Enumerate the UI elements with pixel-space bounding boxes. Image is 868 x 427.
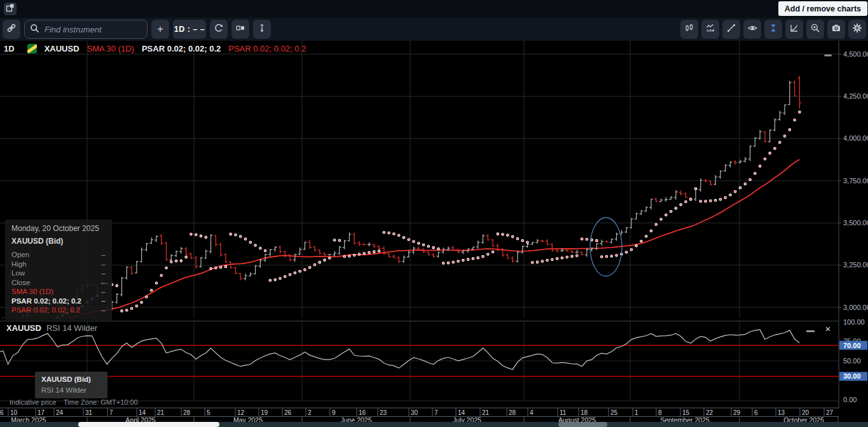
chart-toolbar: + 1D : – – (0, 18, 868, 41)
price-scale-button[interactable] (253, 20, 271, 39)
rsi-tooltip-title: XAUUSD (Bid) (41, 375, 101, 383)
tooltip-close-label: Close (11, 278, 30, 288)
instrument-search[interactable] (24, 20, 148, 39)
trading-platform-window: Add / remove charts + 1D : – – (0, 0, 868, 427)
candlestick-icon (684, 23, 694, 36)
indicators-button[interactable] (701, 20, 719, 39)
add-remove-charts-button[interactable]: Add / remove charts (778, 1, 867, 16)
legend-timeframe: 1D (4, 44, 15, 53)
instrument-icon (27, 44, 37, 53)
link-icon (6, 23, 17, 36)
chart-display-mode-button[interactable] (231, 20, 249, 39)
screenshot-button[interactable] (827, 20, 845, 39)
tooltip-sma-label: SMA 30 (1D) (11, 287, 53, 297)
trendline-icon (726, 23, 736, 36)
indicator-chart-icon (705, 23, 715, 36)
time-scrollbar-thumb-secondary[interactable] (558, 422, 607, 427)
zoom-in-icon (810, 23, 820, 36)
link-charts-button[interactable] (3, 20, 20, 39)
tooltip-low-value: – (102, 269, 106, 278)
tooltip-open-label: Open (11, 250, 29, 260)
rsi-indicator-name[interactable]: RSI 14 Wilder (46, 323, 97, 333)
rsi-close-button[interactable]: × (823, 324, 833, 334)
scale-type-button[interactable] (785, 20, 803, 39)
rsi-symbol: XAUUSD (6, 323, 41, 333)
tooltip-psar1-label: PSAR 0.02; 0.02; 0.2 (11, 297, 81, 306)
add-instrument-button[interactable]: + (151, 20, 169, 39)
top-bar: Add / remove charts (0, 0, 868, 18)
refresh-button[interactable] (210, 20, 228, 39)
tooltip-sma-value: – (102, 287, 106, 297)
log-scale-icon (789, 23, 799, 36)
tooltip-title: XAUUSD (Bid) (11, 237, 106, 246)
drawing-tools-button[interactable] (722, 20, 740, 39)
rsi-tooltip: XAUUSD (Bid) RSI 14 Wilder (35, 372, 107, 398)
time-interval-button[interactable] (764, 20, 782, 39)
toolbar-right-group (680, 20, 866, 39)
chart-area[interactable]: 4,500.004,250.004,000.003,750.003,500.00… (0, 41, 868, 427)
hourglass-icon (769, 23, 778, 36)
time-scrollbar-thumb[interactable] (78, 422, 219, 427)
legend-psar-primary[interactable]: PSAR 0.02; 0.02; 0.2 (142, 44, 221, 53)
refresh-icon (214, 23, 224, 36)
time-axis[interactable] (0, 408, 839, 422)
zoom-in-button[interactable] (806, 20, 824, 39)
price-axis[interactable] (839, 41, 868, 403)
eye-icon (747, 23, 758, 36)
rsi-tooltip-subtitle: RSI 14 Wilder (41, 386, 101, 394)
timezone-label: Time Zone: GMT+10:00 (64, 398, 138, 406)
legend-symbol[interactable]: XAUUSD (45, 44, 79, 53)
tooltip-low-label: Low (11, 269, 25, 278)
tooltip-close-value: – (102, 278, 106, 288)
chart-display-icon (235, 23, 245, 36)
legend-psar-secondary[interactable]: PSAR 0.02; 0.02; 0.2 (228, 44, 306, 53)
toolbar-left-group: + 1D : – – (3, 20, 271, 39)
popout-window-button[interactable] (4, 3, 17, 15)
rsi-minimize-button[interactable] (806, 326, 816, 335)
chart-legend: 1D XAUUSD SMA 30 (1D) PSAR 0.02; 0.02; 0… (0, 41, 306, 56)
gear-icon (852, 23, 862, 36)
chart-type-button[interactable] (680, 20, 698, 39)
time-scrollbar-track[interactable] (0, 422, 868, 427)
visibility-button[interactable] (743, 20, 761, 39)
popout-icon (6, 3, 15, 15)
legend-sma[interactable]: SMA 30 (1D) (87, 44, 134, 53)
search-icon (30, 24, 39, 36)
camera-icon (831, 23, 841, 36)
tooltip-high-label: High (11, 260, 27, 269)
search-input[interactable] (43, 24, 141, 35)
ohlc-tooltip: Monday, 20 October 2025 XAUUSD (Bid) Ope… (5, 220, 112, 320)
rsi-panel-label: XAUUSD RSI 14 Wilder (6, 323, 97, 333)
minimize-icon (806, 330, 815, 332)
tooltip-date: Monday, 20 October 2025 (11, 224, 106, 233)
tooltip-high-value: – (102, 260, 106, 269)
indicative-price-note: Indicative price (10, 398, 56, 406)
timeframe-button[interactable]: 1D : – – (173, 20, 206, 39)
tooltip-psar2-value: – (102, 305, 106, 315)
tooltip-psar1-value: – (102, 297, 106, 306)
settings-button[interactable] (848, 20, 866, 39)
tooltip-psar2-label: PSAR 0.02; 0.02; 0.2 (11, 305, 80, 315)
tooltip-open-value: – (102, 250, 106, 260)
scale-arrows-icon (258, 23, 266, 36)
